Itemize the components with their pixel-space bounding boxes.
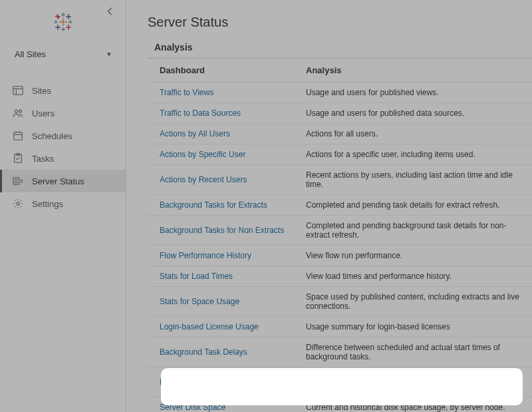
dashboard-link[interactable]: Performance of Views: [160, 377, 237, 387]
sidebar-item-label: Sites: [32, 86, 51, 96]
table-row: Actions by Recent UsersRecent actions by…: [148, 165, 532, 195]
dashboard-link[interactable]: Stats for Load Times: [160, 272, 233, 281]
dashboard-link[interactable]: Login-based License Usage: [160, 322, 259, 331]
nav-list: Sites Users Schedules Tasks: [0, 79, 126, 215]
section-title: Analysis: [148, 42, 532, 59]
dashboard-link[interactable]: Flow Performance History: [160, 251, 251, 260]
main-content: Server Status Analysis Dashboard Analysi…: [126, 0, 532, 412]
table-row: Background Task DelaysDifference between…: [148, 337, 532, 367]
column-header-dashboard: Dashboard: [148, 59, 294, 83]
dashboard-description: Difference between scheduled and actual …: [294, 337, 532, 367]
svg-point-23: [19, 110, 22, 112]
dashboard-description: Usage summary for login-based licenses: [294, 317, 532, 337]
sidebar-item-label: Settings: [32, 199, 63, 209]
table-row: Performance of ViewsOverall distribution…: [148, 367, 532, 397]
table-row: Server Disk SpaceCurrent and historical …: [148, 397, 532, 413]
svg-rect-24: [14, 132, 22, 140]
dashboard-link[interactable]: Actions by Recent Users: [160, 175, 247, 184]
svg-rect-19: [13, 87, 23, 95]
sidebar-item-label: Server Status: [32, 176, 84, 186]
table-row: Traffic to ViewsUsage and users for publ…: [148, 83, 532, 103]
clipboard-icon: [12, 152, 24, 164]
table-row: Traffic to Data SourcesUsage and users f…: [148, 103, 532, 124]
dashboard-link[interactable]: Actions by Specific User: [160, 150, 245, 159]
dashboard-description: Space used by published content, includi…: [294, 287, 532, 317]
server-status-icon: [12, 175, 24, 187]
dashboard-description: Actions for all users.: [294, 124, 532, 144]
collapse-sidebar-button[interactable]: [106, 7, 116, 17]
sidebar-item-sites[interactable]: Sites: [0, 79, 126, 102]
sidebar-item-label: Users: [32, 108, 55, 118]
dashboard-description: Usage and users for published views.: [294, 83, 532, 103]
dashboard-description: View load times and performance history.: [294, 266, 532, 287]
sidebar-item-server-status[interactable]: Server Status: [0, 170, 126, 192]
table-row: Stats for Load TimesView load times and …: [148, 266, 532, 287]
dashboard-description: Completed and pending background task de…: [294, 216, 532, 246]
sidebar-item-label: Schedules: [32, 131, 72, 141]
dashboard-link[interactable]: Stats for Space Usage: [160, 297, 239, 306]
analysis-table: Dashboard Analysis Traffic to ViewsUsage…: [148, 59, 532, 412]
column-header-analysis: Analysis: [294, 59, 532, 83]
site-selector[interactable]: All Sites ▼: [0, 44, 126, 65]
dashboard-description: Overall distribution of view load times …: [294, 367, 532, 397]
sidebar-item-tasks[interactable]: Tasks: [0, 147, 126, 170]
dashboard-description: Current and historical disk space usage,…: [294, 397, 532, 413]
svg-point-34: [17, 202, 19, 205]
table-row: Background Tasks for ExtractsCompleted a…: [148, 195, 532, 216]
table-row: Flow Performance HistoryView flow run pe…: [148, 246, 532, 266]
dashboard-link[interactable]: Actions by All Users: [160, 129, 230, 138]
dashboard-link[interactable]: Server Disk Space: [160, 403, 225, 412]
site-selector-label: All Sites: [15, 49, 46, 59]
sidebar-item-schedules[interactable]: Schedules: [0, 124, 126, 147]
dashboard-description: Completed and pending task details for e…: [294, 195, 532, 216]
sidebar-item-label: Tasks: [32, 154, 54, 164]
table-row: Background Tasks for Non ExtractsComplet…: [148, 216, 532, 246]
gear-icon: [12, 198, 24, 210]
chevron-down-icon: ▼: [106, 51, 112, 58]
svg-point-22: [15, 110, 18, 113]
sidebar-item-settings[interactable]: Settings: [0, 192, 126, 215]
dashboard-description: Actions for a specific user, including i…: [294, 144, 532, 165]
dashboard-description: Usage and users for published data sourc…: [294, 103, 532, 124]
sidebar-item-users[interactable]: Users: [0, 102, 126, 124]
table-row: Actions by All UsersActions for all user…: [148, 124, 532, 144]
table-row: Actions by Specific UserActions for a sp…: [148, 144, 532, 165]
dashboard-link[interactable]: Traffic to Data Sources: [160, 108, 241, 118]
grid-icon: [12, 85, 24, 97]
table-row: Stats for Space UsageSpace used by publi…: [148, 287, 532, 317]
users-icon: [12, 107, 24, 119]
dashboard-link[interactable]: Traffic to Views: [160, 88, 213, 97]
dashboard-description: View flow run performance.: [294, 246, 532, 266]
dashboard-link[interactable]: Background Tasks for Non Extracts: [160, 226, 284, 235]
sidebar: All Sites ▼ Sites Users Schedules: [0, 0, 126, 412]
page-title: Server Status: [148, 15, 532, 30]
table-row: Login-based License UsageUsage summary f…: [148, 317, 532, 337]
dashboard-link[interactable]: Background Tasks for Extracts: [160, 200, 267, 210]
dashboard-link[interactable]: Background Task Delays: [160, 347, 247, 357]
dashboard-description: Recent actions by users, including last …: [294, 165, 532, 195]
calendar-icon: [12, 130, 24, 142]
